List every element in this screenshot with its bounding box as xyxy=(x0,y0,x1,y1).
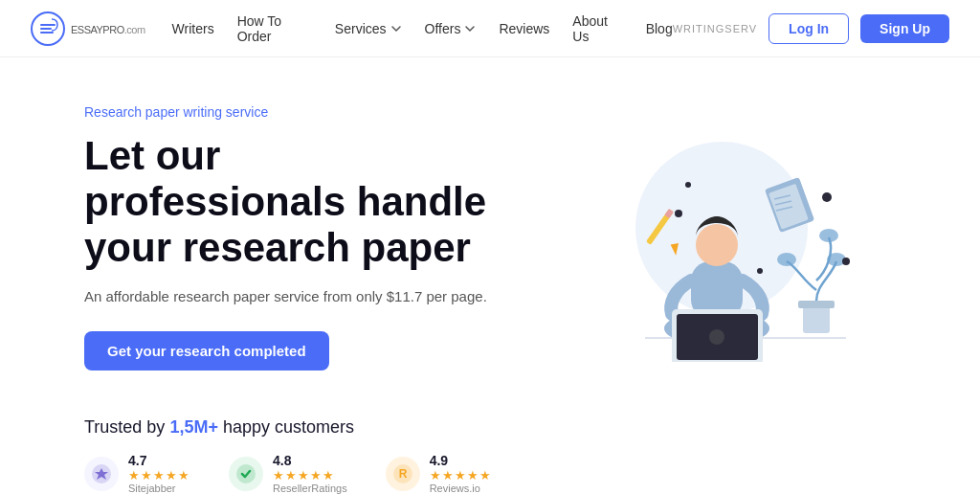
svg-point-26 xyxy=(675,210,682,217)
svg-point-30 xyxy=(822,192,832,202)
reviews-stars: ★★★★★ xyxy=(430,468,492,483)
logo-icon xyxy=(31,11,65,46)
reseller-source: ResellerRatings xyxy=(273,483,347,494)
reviews-score: 4.9 xyxy=(430,453,492,468)
rating-reseller: 4.8 ★★★★★ ResellerRatings xyxy=(229,453,347,494)
nav-writers[interactable]: Writers xyxy=(172,21,214,36)
svg-point-13 xyxy=(696,224,738,266)
hero-tag: Research paper writing service xyxy=(84,104,490,120)
hero-subtitle: An affordable research paper service fro… xyxy=(84,288,490,304)
sitejabber-stars: ★★★★★ xyxy=(128,468,190,483)
cta-button[interactable]: Get your research completed xyxy=(84,331,329,370)
nav-right: WRITINGSERV Log In Sign Up xyxy=(673,13,949,44)
svg-point-8 xyxy=(777,253,796,266)
nav-links: Writers How To Order Services Offers Rev… xyxy=(172,13,673,44)
svg-text:R: R xyxy=(398,467,407,481)
svg-point-28 xyxy=(842,258,850,265)
chevron-down-icon xyxy=(464,23,476,34)
nav-how-to-order[interactable]: How To Order xyxy=(237,13,312,44)
reseller-icon xyxy=(235,463,256,484)
hero-title: Let our professionals handle your resear… xyxy=(84,133,490,272)
rating-reviews: R 4.9 ★★★★★ Reviews.io xyxy=(386,453,492,494)
sitejabber-score: 4.7 xyxy=(128,453,190,468)
hero-illustration-svg xyxy=(530,113,856,362)
svg-point-27 xyxy=(757,268,763,274)
reseller-score: 4.8 xyxy=(273,453,347,468)
sitejabber-info: 4.7 ★★★★★ Sitejabber xyxy=(128,453,190,494)
svg-rect-5 xyxy=(803,304,830,333)
nav-services[interactable]: Services xyxy=(335,21,402,36)
reviews-source: Reviews.io xyxy=(430,483,492,494)
sitejabber-icon xyxy=(91,463,112,484)
reviews-icon: R xyxy=(392,463,413,484)
nav-about[interactable]: About Us xyxy=(572,13,622,44)
svg-rect-3 xyxy=(40,32,54,34)
nav-blog[interactable]: Blog xyxy=(646,21,673,36)
logo[interactable]: ESSAYPRO.com xyxy=(31,11,145,46)
writing-service-label: WRITINGSERV xyxy=(673,23,757,34)
login-button[interactable]: Log In xyxy=(768,13,849,44)
reviews-info: 4.9 ★★★★★ Reviews.io xyxy=(430,453,492,494)
hero-content: Research paper writing service Let our p… xyxy=(84,104,490,371)
svg-rect-2 xyxy=(40,28,52,30)
svg-point-9 xyxy=(819,229,838,242)
signup-button[interactable]: Sign Up xyxy=(860,14,949,43)
rating-sitejabber: 4.7 ★★★★★ Sitejabber xyxy=(84,453,190,494)
sitejabber-badge xyxy=(84,457,119,491)
svg-rect-1 xyxy=(40,24,56,26)
hero-illustration xyxy=(490,103,896,371)
rating-row: 4.7 ★★★★★ Sitejabber 4.8 ★★★★★ ResellerR… xyxy=(84,453,896,494)
svg-rect-6 xyxy=(798,301,835,308)
sitejabber-source: Sitejabber xyxy=(128,483,190,494)
svg-point-29 xyxy=(685,182,691,188)
chevron-down-icon xyxy=(390,23,402,34)
navbar: ESSAYPRO.com Writers How To Order Servic… xyxy=(0,0,980,57)
hero-section: Research paper writing service Let our p… xyxy=(0,57,980,394)
reviews-badge: R xyxy=(386,457,420,491)
trusted-section: Trusted by 1,5M+ happy customers 4.7 ★★★… xyxy=(0,394,980,494)
nav-reviews[interactable]: Reviews xyxy=(499,21,549,36)
nav-offers[interactable]: Offers xyxy=(425,21,477,36)
trusted-title: Trusted by 1,5M+ happy customers xyxy=(84,417,896,438)
svg-point-16 xyxy=(709,329,724,345)
reseller-badge xyxy=(229,457,263,491)
reseller-stars: ★★★★★ xyxy=(273,468,347,483)
logo-text: ESSAYPRO.com xyxy=(71,18,145,38)
reseller-info: 4.8 ★★★★★ ResellerRatings xyxy=(273,453,347,494)
